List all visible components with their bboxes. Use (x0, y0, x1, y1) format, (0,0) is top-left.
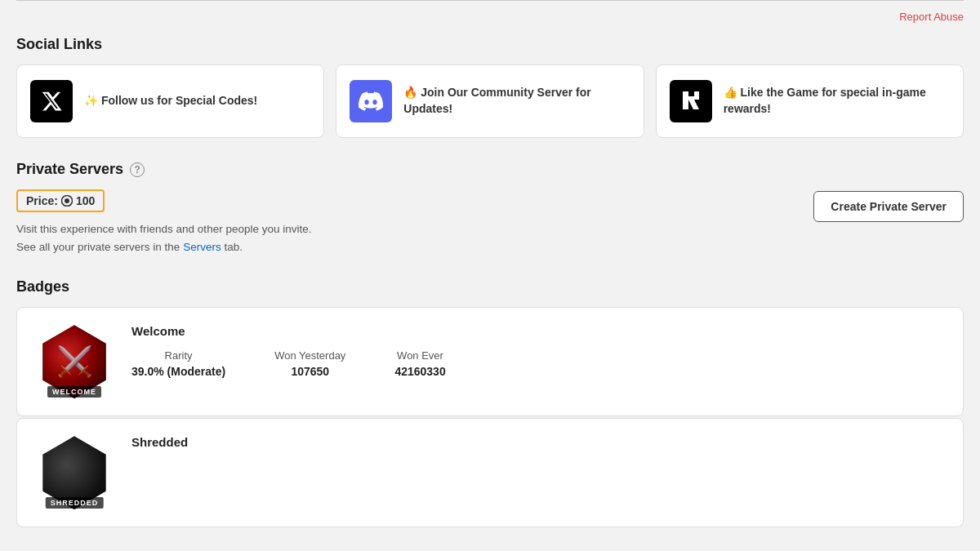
help-icon[interactable]: ? (130, 162, 145, 177)
badge-label-welcome: WELCOME (47, 386, 101, 398)
rarity-value: 39.0% (Moderate) (131, 365, 225, 378)
discord-label: Join Our Community Server for Updates! (403, 86, 590, 115)
won-yesterday-value: 107650 (274, 365, 345, 378)
report-abuse-link[interactable]: Report Abuse (899, 11, 964, 23)
social-links-title: Social Links (16, 36, 964, 53)
page-container: Report Abuse Social Links ✨ Follow us fo… (0, 0, 980, 527)
roblox-emoji: 👍 (724, 86, 741, 99)
description-line1: Visit this experience with friends and o… (16, 220, 311, 238)
badge-name-welcome: Welcome (131, 324, 947, 338)
badge-info-welcome: Welcome Rarity 39.0% (Moderate) Won Yest… (131, 321, 947, 378)
won-yesterday-label: Won Yesterday (274, 349, 345, 362)
won-ever-value: 42160330 (394, 365, 445, 378)
top-divider (16, 0, 964, 1)
twitter-icon (30, 80, 73, 122)
roblox-card-text: 👍 Like the Game for special in-game rewa… (724, 85, 950, 117)
social-links-grid: ✨ Follow us for Special Codes! 🔥 Join Ou… (16, 64, 964, 138)
twitter-label: Follow us for Special Codes! (101, 94, 257, 107)
discord-card-text: 🔥 Join Our Community Server for Updates! (403, 85, 630, 117)
badge-stat-won-yesterday: Won Yesterday 107650 (274, 349, 345, 378)
price-badge: Price: 100 (16, 189, 105, 212)
badge-image-shredded: SHREDDED (33, 432, 115, 513)
private-server-left: Price: 100 Visit this experience with fr… (16, 189, 311, 256)
private-servers-title-row: Private Servers ? (16, 161, 964, 178)
description-line2: See all your private servers in the Serv… (16, 238, 311, 256)
badges-section: Badges ⚔️ WELCOME Welcome (16, 278, 964, 527)
price-label: Price: (26, 194, 58, 207)
private-server-description: Visit this experience with friends and o… (16, 220, 311, 256)
won-ever-label: Won Ever (394, 349, 445, 362)
report-abuse-row: Report Abuse (16, 7, 964, 36)
social-card-roblox[interactable]: 👍 Like the Game for special in-game rewa… (656, 64, 964, 138)
badge-card-shredded: SHREDDED Shredded (16, 418, 964, 527)
badge-label-shredded: SHREDDED (46, 497, 104, 509)
private-servers-title: Private Servers (16, 161, 123, 178)
rarity-label: Rarity (131, 349, 225, 362)
twitter-card-text: ✨ Follow us for Special Codes! (84, 93, 257, 109)
svg-point-2 (65, 198, 69, 203)
roblox-label: Like the Game for special in-game reward… (724, 86, 926, 115)
badge-stats-welcome: Rarity 39.0% (Moderate) Won Yesterday 10… (131, 349, 947, 378)
social-links-section: Social Links ✨ Follow us for Special Cod… (16, 36, 964, 138)
badge-info-shredded: Shredded (131, 432, 947, 460)
badge-name-shredded: Shredded (131, 435, 947, 449)
badge-card-welcome: ⚔️ WELCOME Welcome Rarity 39.0% (Moderat… (16, 307, 964, 416)
badge-stat-won-ever: Won Ever 42160330 (394, 349, 445, 378)
roblox-icon (670, 80, 712, 122)
social-card-twitter[interactable]: ✨ Follow us for Special Codes! (16, 64, 324, 138)
price-amount: 100 (76, 194, 95, 207)
discord-emoji: 🔥 (403, 86, 421, 99)
discord-icon (350, 80, 392, 122)
desc-line2-start: See all your private servers in the (16, 241, 180, 253)
twitter-emoji: ✨ (84, 94, 101, 107)
create-private-server-button[interactable]: Create Private Server (813, 191, 964, 222)
badge-stat-rarity: Rarity 39.0% (Moderate) (131, 349, 225, 378)
robux-icon (61, 195, 73, 207)
servers-tab-link[interactable]: Servers (183, 241, 221, 253)
desc-line2-end: tab. (224, 241, 243, 253)
private-servers-section: Private Servers ? Price: 100 V (16, 161, 964, 256)
badges-title: Badges (16, 278, 964, 295)
social-card-discord[interactable]: 🔥 Join Our Community Server for Updates! (336, 64, 644, 138)
badge-image-welcome: ⚔️ WELCOME (33, 321, 115, 402)
private-server-row: Price: 100 Visit this experience with fr… (16, 189, 964, 256)
